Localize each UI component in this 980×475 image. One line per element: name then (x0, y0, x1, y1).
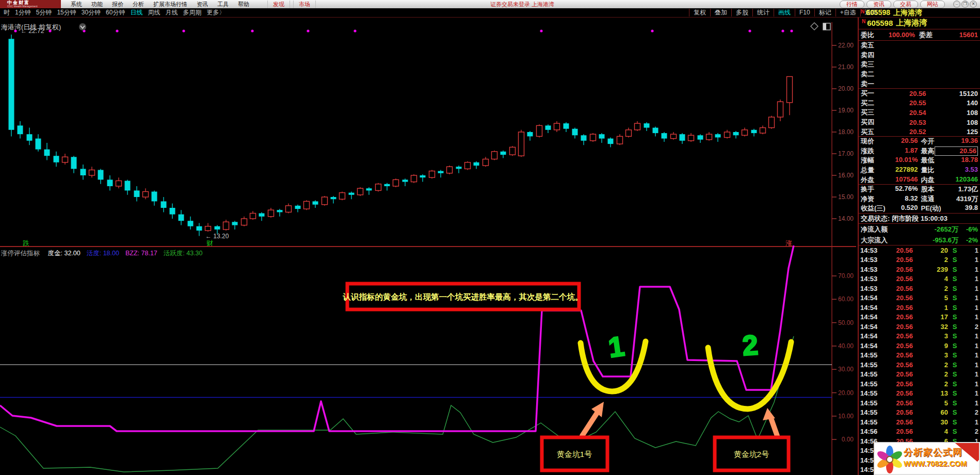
candle (680, 133, 685, 144)
flow-row: 净流入额-2652万-6% (859, 224, 980, 235)
period-tab-周线[interactable]: 周线 (145, 8, 163, 17)
tick-flag: S (948, 428, 961, 435)
tick-count: 1 (961, 418, 978, 426)
low-price-label: ← 13.20 (205, 233, 229, 240)
stock-header: N 605598 上海港湾 (861, 8, 922, 18)
period-tab-1分钟[interactable]: 1分钟 (12, 8, 34, 17)
new-stock-flag-panel: N (862, 19, 865, 24)
bid-vol: 15120 (926, 90, 978, 97)
titlebar-button-行情[interactable]: 行情 (840, 1, 864, 8)
price-axis-label: 20.00 (838, 85, 854, 92)
tool-button-多股[interactable]: 多股 (731, 9, 752, 17)
candle (304, 200, 310, 210)
candle (742, 128, 748, 137)
period-tab-60分钟[interactable]: 60分钟 (103, 8, 127, 17)
close-button[interactable]: ✕ (970, 1, 977, 8)
candle (322, 196, 328, 206)
split-panel-icon[interactable] (823, 23, 830, 30)
indicator-label-row: 涨停评估指标 度金: 32.00活度: 18.00BZZ: 78.17活跃度: … (1, 250, 203, 257)
tick-price: 20.56 (883, 266, 913, 273)
marker-down-label: 跌 (23, 239, 29, 247)
candle (590, 133, 596, 142)
period-tab-时[interactable]: 时 (1, 8, 12, 17)
ask-row: 卖三 (859, 60, 980, 70)
price-axis-label: 14.00 (838, 215, 854, 222)
period-tab-多周期[interactable]: 多周期 (180, 8, 204, 17)
tick-volume: 4 (913, 275, 948, 283)
info-label: 量比 (921, 166, 935, 175)
period-tab-15分钟[interactable]: 15分钟 (54, 8, 78, 17)
menu-item-系统[interactable]: 系统 (66, 1, 87, 8)
tick-price: 20.56 (883, 428, 913, 435)
quote-panel: N 605598 上海港湾 委比 100.00% 委差 15601 卖五卖四卖三… (858, 17, 980, 475)
tick-price: 20.56 (883, 361, 913, 369)
candle (403, 178, 408, 186)
titlebar-button-网站[interactable]: 网站 (920, 1, 945, 8)
candle (188, 217, 194, 230)
watermark-logo: 分析家公式网 WWW.70822.COM (874, 442, 980, 475)
titlebar-button-交易[interactable]: 交易 (893, 1, 918, 8)
candle (644, 122, 650, 131)
bid-price: 20.52 (874, 128, 926, 136)
tool-button-复权[interactable]: 复权 (689, 9, 710, 17)
candle (393, 178, 399, 187)
pit-2-label: 黄金坑2号 (734, 450, 769, 458)
tool-button-统计[interactable]: 统计 (752, 9, 774, 17)
minimize-button[interactable]: – (953, 1, 960, 8)
menu-item-报价[interactable]: 报价 (107, 1, 128, 8)
flow-value: -2652万 (888, 225, 958, 234)
candle (617, 134, 623, 145)
tick-flag: S (948, 313, 961, 321)
chevron-down-icon[interactable] (79, 23, 86, 30)
period-tab-5分钟[interactable]: 5分钟 (34, 8, 55, 17)
candle (519, 130, 524, 157)
tick-count: 1 (961, 256, 978, 264)
menu-item-功能[interactable]: 功能 (87, 1, 107, 8)
period-tab-30分钟[interactable]: 30分钟 (79, 8, 103, 17)
candle (349, 192, 355, 200)
menu-item-工具[interactable]: 工具 (213, 1, 233, 8)
period-tab-月线[interactable]: 月线 (163, 8, 180, 17)
candle (545, 124, 551, 133)
bid-label: 买二 (861, 99, 874, 108)
restore-button[interactable]: ❐ (961, 1, 969, 8)
titlebar-button-资讯[interactable]: 资讯 (866, 1, 891, 8)
tool-button-画线[interactable]: 画线 (774, 9, 795, 17)
price-axis-label: 18.00 (838, 128, 854, 136)
hot-link-发现[interactable]: 发现 (267, 1, 290, 8)
tick-price: 20.56 (883, 332, 913, 340)
tick-count: 1 (961, 380, 978, 388)
tick-row: 14:5520.565S1 (859, 398, 980, 408)
period-tab-日线[interactable]: 日线 (127, 8, 145, 17)
menu-item-帮助[interactable]: 帮助 (233, 1, 254, 8)
candle (492, 151, 497, 160)
panel-stock-name: 上海港湾 (896, 18, 927, 28)
flower-icon (876, 444, 904, 475)
hot-link-市场[interactable]: 市场 (293, 1, 316, 8)
tool-button-+自选[interactable]: +自选 (836, 9, 860, 17)
candle (447, 166, 453, 174)
menu-item-资讯[interactable]: 资讯 (192, 1, 213, 8)
period-tab-更多〉[interactable]: 更多〉 (204, 8, 228, 17)
panel-stock-code: 605598 (867, 19, 893, 27)
flow-label: 净流入额 (861, 225, 888, 234)
tick-time: 14:53 (860, 285, 883, 292)
info-value: 3.53 (935, 166, 978, 175)
signal-dot (540, 29, 542, 32)
chart-area[interactable]: 22.0021.0020.0019.0018.0017.0016.0015.00… (0, 17, 858, 475)
tick-list[interactable]: 14:5320.5620S114:5320.562S114:5320.56239… (859, 245, 980, 475)
signal-dot (748, 29, 751, 32)
info-label: 外盘 (861, 175, 874, 185)
tick-price: 20.56 (883, 342, 913, 350)
tool-button-F10[interactable]: F10 (795, 9, 814, 17)
candle (474, 161, 479, 169)
menu-item-扩展市场行情[interactable]: 扩展市场行情 (149, 1, 192, 8)
menu-item-分析[interactable]: 分析 (128, 1, 149, 8)
quote-header[interactable]: N 605598 上海港湾 (859, 17, 980, 29)
diamond-icon[interactable] (811, 23, 818, 30)
tool-button-叠加[interactable]: 叠加 (710, 9, 731, 17)
tool-button-标记[interactable]: 标记 (814, 9, 836, 17)
fund-label: 换手 (861, 185, 874, 194)
info-row: 涨幅10.01%最低18.78 (859, 156, 980, 166)
tick-time: 14:55 (860, 408, 883, 416)
